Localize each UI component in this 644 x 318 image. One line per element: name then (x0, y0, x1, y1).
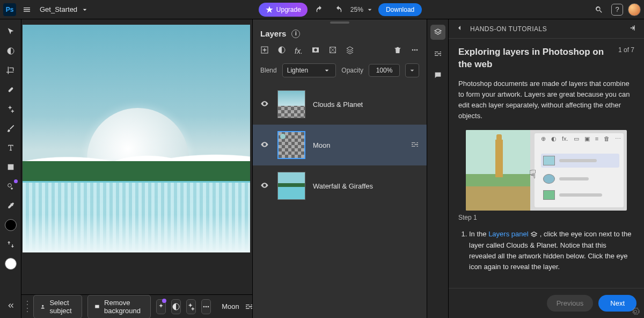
type-tool[interactable] (3, 140, 19, 156)
crop-tool[interactable] (3, 62, 19, 78)
comments-rail-button[interactable] (430, 68, 445, 83)
file-name-dropdown[interactable]: Get_Started (40, 5, 89, 14)
swap-arrows-icon (6, 240, 15, 249)
collapse-toolbar[interactable] (3, 298, 19, 314)
layer-properties-button[interactable] (411, 140, 419, 150)
tutorial-step-label: Step 1 (458, 214, 634, 221)
sparkle-plus-icon (6, 105, 15, 113)
layers-stack-button[interactable] (346, 46, 354, 56)
layer-thumbnail[interactable] (277, 90, 305, 118)
select-subject-button[interactable]: Select subject (33, 295, 82, 319)
search-button[interactable] (591, 2, 606, 17)
layer-row[interactable]: Moon (253, 125, 427, 165)
foreground-color[interactable] (3, 217, 19, 233)
chevron-down-icon (323, 66, 331, 75)
blend-mode-select[interactable]: Lighten (282, 63, 336, 77)
image-tool[interactable] (3, 159, 19, 175)
opacity-dropdown[interactable] (405, 63, 419, 77)
layers-rail-button[interactable] (430, 25, 445, 40)
effects-button[interactable] (186, 299, 196, 314)
drag-handle-icon[interactable] (27, 301, 28, 313)
tutorial-illustration: ⊕◐fx.▭▣≡🗑⋯ ☟ (466, 130, 627, 211)
swap-colors[interactable] (3, 236, 19, 252)
comment-icon (434, 71, 442, 80)
hamburger-menu-icon[interactable] (19, 2, 34, 17)
generative-tool[interactable] (3, 101, 19, 117)
layers-icon (434, 28, 442, 37)
visibility-toggle[interactable] (260, 181, 270, 191)
move-tool[interactable] (3, 24, 19, 40)
delete-layer-button[interactable] (393, 46, 402, 56)
adjustment-tool[interactable] (3, 43, 19, 59)
redo-button[interactable] (331, 2, 346, 17)
canvas[interactable] (23, 25, 250, 252)
layer-name: Waterfall & Giraffes (313, 182, 419, 190)
svg-point-14 (416, 49, 418, 51)
undo-button[interactable] (312, 2, 327, 17)
properties-rail-button[interactable] (430, 46, 445, 61)
help-icon: ? (611, 4, 623, 16)
double-chevron-left-icon (6, 301, 15, 310)
brush-tool[interactable] (3, 120, 19, 136)
previous-button[interactable]: Previous (547, 295, 594, 312)
zoom-dropdown[interactable]: 25% (350, 5, 374, 14)
svg-point-13 (414, 49, 416, 51)
svg-point-5 (206, 306, 207, 307)
brush-icon (6, 124, 15, 133)
visibility-toggle[interactable] (260, 99, 270, 110)
layer-name: Moon (313, 141, 403, 149)
help-button[interactable]: ? (610, 2, 625, 17)
trash-icon (393, 46, 402, 54)
heal-tool[interactable] (3, 82, 19, 98)
download-button[interactable]: Download (378, 3, 422, 16)
adjustment-layer-button[interactable] (277, 46, 286, 56)
svg-point-4 (203, 306, 205, 307)
bandage-icon (6, 85, 15, 94)
layers-panel-title: Layers (260, 29, 286, 38)
layer-row[interactable]: Clouds & Planet (253, 84, 427, 125)
eyedropper-tool[interactable] (3, 198, 19, 214)
sparkle-icon (157, 302, 165, 311)
visibility-toggle[interactable] (260, 140, 270, 150)
magic-select-icon (6, 182, 15, 191)
layer-row[interactable]: Waterfall & Giraffes (253, 165, 427, 206)
active-layer-label: Moon (222, 302, 239, 310)
upgrade-button[interactable]: Upgrade (259, 3, 308, 17)
mask-button[interactable] (311, 46, 320, 56)
layer-properties-button[interactable] (245, 299, 253, 314)
adjustment-button[interactable] (171, 299, 181, 314)
sliders-icon (245, 302, 253, 311)
layers-panel-link[interactable]: Layers panel (488, 230, 528, 238)
background-color[interactable] (3, 256, 19, 272)
mask-icon (311, 46, 320, 54)
settings-button[interactable] (630, 306, 641, 317)
layer-thumbnail[interactable] (277, 131, 305, 159)
more-actions-button[interactable] (201, 299, 211, 314)
quick-select-tool[interactable] (3, 178, 19, 194)
panel-menu-button[interactable] (411, 46, 419, 56)
layers-icon (530, 231, 538, 238)
tutorial-back-button[interactable] (455, 24, 464, 34)
svg-rect-1 (8, 87, 13, 92)
remove-bg-icon (94, 302, 100, 311)
layer-thumbnail[interactable] (277, 172, 305, 200)
crop-icon (6, 66, 15, 75)
tutorial-step-item: In the Layers panel , click the eye icon… (469, 229, 634, 272)
add-layer-button[interactable] (260, 46, 269, 56)
tutorial-dock-button[interactable] (629, 24, 638, 34)
eye-icon (260, 140, 269, 149)
person-select-icon (40, 302, 45, 311)
generative-fill-button[interactable] (156, 299, 166, 314)
frame-button[interactable] (328, 46, 337, 56)
panel-drag-handle[interactable] (253, 19, 427, 26)
photoshop-logo[interactable]: Ps (3, 3, 16, 16)
user-avatar[interactable] (628, 3, 641, 16)
info-icon[interactable]: i (291, 30, 300, 38)
fx-button[interactable]: fx. (295, 47, 303, 55)
remove-background-button[interactable]: Remove background (87, 295, 151, 319)
context-bar: Select subject Remove background Moon (21, 294, 252, 318)
layers-icon (346, 46, 354, 54)
plus-square-icon (260, 46, 269, 54)
tutorial-description: Photoshop documents are made of layers t… (458, 78, 634, 122)
opacity-input[interactable]: 100% (369, 64, 400, 77)
